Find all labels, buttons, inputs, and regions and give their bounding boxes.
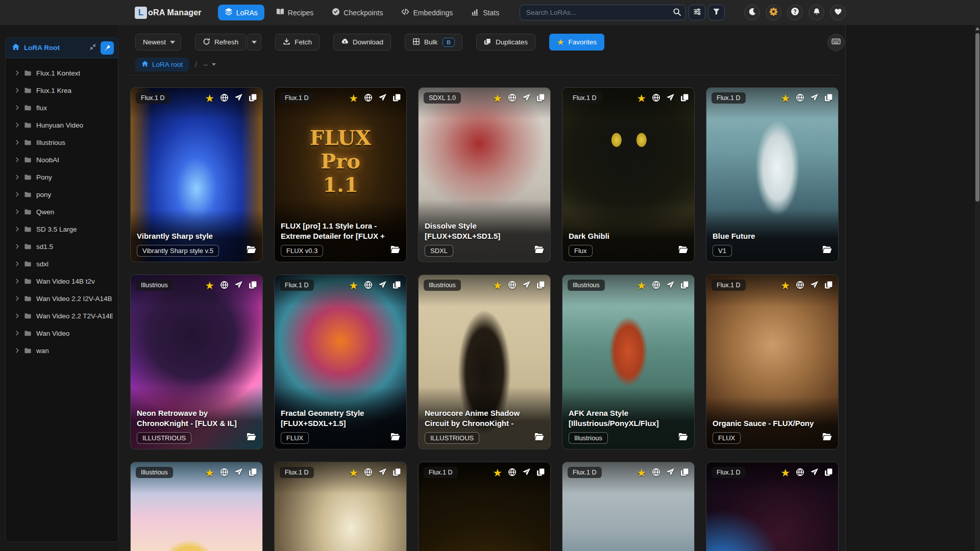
copy-icon[interactable] [680, 281, 689, 291]
favorite-star-icon[interactable]: ★ [780, 281, 790, 291]
lora-card[interactable]: Flux.1 D ★ Fractal Geometry Style [FLUX+… [274, 274, 407, 449]
favorite-star-icon[interactable]: ★ [780, 94, 790, 104]
nav-tab-loras[interactable]: LoRAs [218, 5, 264, 20]
globe-icon[interactable] [364, 93, 373, 104]
theme-toggle-button[interactable] [744, 5, 760, 20]
send-icon[interactable] [810, 281, 819, 291]
send-icon[interactable] [234, 468, 243, 479]
nav-tab-checkpoints[interactable]: Checkpoints [325, 5, 389, 20]
refresh-button[interactable]: Refresh [195, 34, 246, 51]
copy-icon[interactable] [536, 93, 545, 104]
lora-card[interactable]: Flux.1 D ★ Dark Ghibli Flux [562, 87, 695, 262]
search-options-button[interactable] [689, 5, 705, 20]
lora-card[interactable]: Illustrious ★ AFK Arena Style [Illustrio… [562, 274, 695, 449]
send-icon[interactable] [234, 93, 243, 104]
globe-icon[interactable] [364, 281, 373, 291]
send-icon[interactable] [522, 281, 531, 291]
settings-button[interactable] [766, 5, 781, 20]
folder-open-icon[interactable] [534, 432, 544, 444]
nav-tab-recipes[interactable]: Recipes [270, 5, 321, 20]
folder-tree-item[interactable]: Wan Video 14B t2v [6, 272, 118, 290]
folder-tree-item[interactable]: Qwen [6, 203, 118, 220]
favorite-star-icon[interactable]: ★ [493, 468, 502, 478]
help-button[interactable] [787, 5, 803, 20]
chevron-right-icon[interactable] [15, 348, 20, 353]
lora-card[interactable]: Flux.1 D ★ [562, 462, 695, 551]
chevron-right-icon[interactable] [15, 279, 20, 284]
copy-icon[interactable] [536, 281, 545, 291]
chevron-right-icon[interactable] [15, 174, 20, 180]
lora-card[interactable]: Midjourney meets Flux.1 D ★ [418, 462, 551, 551]
globe-icon[interactable] [220, 468, 229, 479]
folder-tree-item[interactable]: pony [6, 186, 118, 203]
copy-icon[interactable] [249, 93, 257, 104]
copy-icon[interactable] [249, 468, 257, 479]
folder-tree-item[interactable]: Hunyuan Video [6, 116, 118, 134]
folder-tree-item[interactable]: Pony [6, 168, 118, 186]
chevron-right-icon[interactable] [15, 88, 20, 93]
folder-tree-item[interactable]: sd1.5 [6, 238, 118, 255]
folder-tree-item[interactable]: flux [6, 99, 118, 116]
lora-card[interactable]: Illustrious ★ [130, 462, 263, 551]
send-icon[interactable] [666, 93, 675, 104]
favorite-star-icon[interactable]: ★ [636, 468, 646, 478]
globe-icon[interactable] [652, 281, 660, 291]
version-pill[interactable]: V1 [713, 245, 732, 257]
copy-icon[interactable] [249, 281, 257, 291]
globe-icon[interactable] [796, 93, 804, 104]
chevron-right-icon[interactable] [15, 157, 20, 162]
version-pill[interactable]: ILLUSTRIOUS [425, 432, 479, 444]
favorite-star-icon[interactable]: ★ [205, 94, 214, 104]
send-icon[interactable] [522, 93, 531, 104]
chevron-right-icon[interactable] [15, 70, 20, 76]
send-icon[interactable] [234, 281, 243, 291]
search-icon[interactable] [673, 8, 681, 18]
version-pill[interactable]: FLUX v0.3 [281, 245, 323, 257]
favorite-star-icon[interactable]: ★ [636, 281, 646, 291]
breadcrumb-root[interactable]: LoRA root [135, 58, 189, 71]
scrollbar-thumb[interactable] [975, 33, 979, 202]
favorite-star-icon[interactable]: ★ [349, 468, 358, 478]
folder-tree-item[interactable]: SD 3.5 Large [6, 220, 118, 238]
chevron-right-icon[interactable] [15, 331, 20, 336]
copy-icon[interactable] [680, 93, 689, 104]
chevron-right-icon[interactable] [15, 122, 20, 128]
keyboard-shortcuts-button[interactable] [827, 34, 845, 51]
lora-card[interactable]: Flux.1 D ★ Blue Future V1 [706, 87, 839, 262]
chevron-right-icon[interactable] [15, 296, 20, 301]
send-icon[interactable] [810, 93, 819, 104]
version-pill[interactable]: FLUX [281, 432, 309, 444]
folder-tree-item[interactable]: Flux.1 Kontext [6, 64, 118, 82]
globe-icon[interactable] [796, 281, 804, 291]
globe-icon[interactable] [508, 93, 517, 104]
version-pill[interactable]: FLUX [713, 432, 741, 444]
chevron-right-icon[interactable] [15, 209, 20, 214]
nav-tab-embeddings[interactable]: Embeddings [395, 5, 459, 20]
copy-icon[interactable] [680, 468, 689, 479]
version-pill[interactable]: Flux [569, 245, 593, 257]
send-icon[interactable] [378, 468, 387, 479]
favorite-star-icon[interactable]: ★ [493, 281, 502, 291]
send-icon[interactable] [810, 468, 819, 479]
lora-card[interactable]: Flux.1 D ★ [706, 462, 839, 551]
favorites-filter-button[interactable]: ★ Favorites [549, 34, 604, 51]
folder-tree-item[interactable]: NoobAI [6, 151, 118, 168]
pin-sidebar-button[interactable] [101, 41, 114, 55]
sort-select[interactable]: Newest [135, 34, 181, 51]
favorite-star-icon[interactable]: ★ [349, 281, 358, 291]
scrollbar-up-arrow[interactable] [975, 27, 979, 30]
copy-icon[interactable] [393, 468, 401, 479]
folder-tree-item[interactable]: sdxl [6, 255, 118, 272]
breadcrumb-current[interactable]: -- [203, 61, 216, 68]
lora-card[interactable]: Flux.1 D ★ Vibrantly Sharp style Vibrant… [130, 87, 263, 262]
copy-icon[interactable] [393, 281, 401, 291]
version-pill[interactable]: SDXL [425, 245, 453, 257]
globe-icon[interactable] [220, 93, 229, 104]
bulk-button[interactable]: Bulk B [405, 34, 462, 51]
notifications-button[interactable] [808, 5, 824, 20]
send-icon[interactable] [666, 468, 675, 479]
collapse-all-icon[interactable] [89, 43, 96, 53]
refresh-menu-button[interactable] [247, 34, 261, 51]
globe-icon[interactable] [796, 468, 804, 479]
copy-icon[interactable] [393, 93, 401, 104]
